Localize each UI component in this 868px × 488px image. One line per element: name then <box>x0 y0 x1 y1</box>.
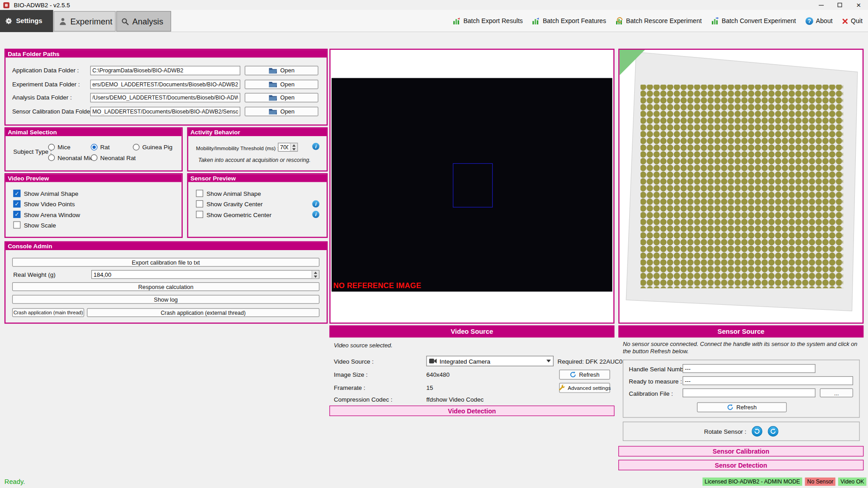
crash-external-thread-button[interactable]: Crash application (external thread) <box>87 308 319 317</box>
client-area: Data Folder Paths Application Data Folde… <box>0 32 868 476</box>
open-sensor-calibration-folder-button[interactable]: Open <box>245 107 318 116</box>
codec-value: ffdshow Video Codec <box>426 396 484 403</box>
info-icon[interactable] <box>312 143 319 150</box>
radio-guinea-pig[interactable]: Guinea Pig <box>133 144 172 151</box>
wrench-icon <box>559 384 565 391</box>
window-title: BIO-ADWB2 - v2.5.5 <box>14 2 70 9</box>
sensor-calibration-header[interactable]: Sensor Calibration <box>618 446 863 456</box>
maximize-button[interactable] <box>830 0 849 10</box>
rotate-sensor-box: Rotate Sensor : <box>623 422 860 441</box>
application-data-folder-label: Application Data Folder : <box>12 67 90 74</box>
checkbox-show-animal-shape-sensor[interactable]: Show Animal Shape <box>196 190 261 197</box>
rotate-ccw-button[interactable] <box>752 426 762 436</box>
mobility-threshold-label: Mobility/Immobility Threshold (ms) : <box>196 145 279 151</box>
spin-down-icon <box>314 275 317 278</box>
sensor-status-badge: No Sensor <box>805 478 836 486</box>
video-source-combobox[interactable]: Integrated Camera <box>426 356 553 366</box>
open-application-folder-button[interactable]: Open <box>245 66 318 75</box>
radio-neonatal-mice[interactable]: Neonatal Mice <box>48 154 96 161</box>
video-source-status: Video source selected. <box>334 342 393 349</box>
show-log-button[interactable]: Show log <box>12 295 319 304</box>
application-data-folder-input[interactable] <box>90 66 240 75</box>
arena-window-rectangle <box>453 163 493 208</box>
checkbox-show-arena-window[interactable]: Show Arena Window <box>13 211 80 218</box>
about-icon <box>806 17 813 25</box>
quit-button[interactable]: Quit <box>842 18 862 24</box>
mobility-threshold-input[interactable] <box>279 143 290 151</box>
sensor-note: No sensor source connected. Connect the … <box>623 340 860 355</box>
batch-export-features-icon <box>532 17 540 25</box>
batch-export-results-button[interactable]: Batch Export Results <box>453 17 523 25</box>
video-refresh-button[interactable]: Refresh <box>559 370 610 379</box>
close-button[interactable]: × <box>849 0 868 10</box>
tab-bar: Settings Experiment Analysis Batch Expor… <box>0 10 868 32</box>
checkbox-show-video-points[interactable]: Show Video Points <box>13 200 75 208</box>
radio-neonatal-rat[interactable]: Neonatal Rat <box>91 154 136 161</box>
open-analysis-folder-button[interactable]: Open <box>245 93 318 102</box>
open-folder-icon <box>269 81 278 88</box>
tab-experiment-label: Experiment <box>70 17 112 26</box>
title-bar: BIO-ADWB2 - v2.5.5 × <box>0 0 868 10</box>
group-title: Sensor Preview <box>188 174 327 182</box>
advanced-settings-button[interactable]: Advanced settings <box>559 383 610 393</box>
info-icon[interactable] <box>312 211 319 218</box>
tab-analysis[interactable]: Analysis <box>116 11 171 31</box>
video-detection-header[interactable]: Video Detection <box>329 406 614 416</box>
sensor-detection-header[interactable]: Sensor Detection <box>618 460 863 470</box>
info-icon[interactable] <box>312 200 319 208</box>
sensor-calibration-data-folder-input[interactable] <box>90 107 240 116</box>
about-button[interactable]: About <box>806 17 833 25</box>
export-calibration-button[interactable]: Export calibration file to txt <box>12 258 319 267</box>
crash-main-thread-button[interactable]: Crash application (main thread) <box>12 308 84 317</box>
sensor-plate-image <box>620 50 863 322</box>
real-weight-input[interactable] <box>92 270 312 278</box>
spin-down-button[interactable] <box>312 275 319 279</box>
experiment-data-folder-input[interactable] <box>90 80 240 89</box>
spin-down-icon <box>292 148 295 150</box>
spin-up-button[interactable] <box>312 270 319 275</box>
group-title: Console Admin <box>5 242 327 250</box>
sensor-source-header: Sensor Source <box>618 325 863 337</box>
open-button-label: Open <box>280 81 294 88</box>
sensor-fields-box: Handle Serial Number : Ready to measure … <box>623 360 860 417</box>
spin-up-icon <box>314 271 317 274</box>
checkbox-show-animal-shape-video[interactable]: Show Animal Shape <box>13 190 78 197</box>
checkbox-label: Show Animal Shape <box>24 190 78 197</box>
batch-export-results-icon <box>453 17 460 25</box>
checkbox-label: Show Scale <box>24 222 56 228</box>
browse-calibration-button[interactable]: ... <box>820 389 853 398</box>
spin-up-button[interactable] <box>291 143 298 147</box>
checkbox-show-geometric-center[interactable]: Show Geometric Center <box>196 211 271 218</box>
rotate-cw-button[interactable] <box>768 426 778 436</box>
checkbox-show-scale[interactable]: Show Scale <box>13 221 56 228</box>
minimize-button[interactable] <box>811 0 830 10</box>
advanced-settings-label: Advanced settings <box>568 385 611 391</box>
tab-experiment[interactable]: Experiment <box>54 11 116 31</box>
handle-serial-input[interactable] <box>683 364 816 373</box>
subject-type-label: Subject Type : <box>13 148 52 155</box>
radio-rat[interactable]: Rat <box>91 144 110 151</box>
open-experiment-folder-button[interactable]: Open <box>245 80 318 89</box>
calibration-file-input[interactable] <box>683 389 816 398</box>
radio-mice[interactable]: Mice <box>48 144 70 151</box>
group-title: Activity Behavior <box>188 128 327 136</box>
analysis-data-folder-input[interactable] <box>90 93 240 102</box>
magnifier-icon <box>121 18 129 25</box>
spin-down-button[interactable] <box>291 147 298 151</box>
checkbox-show-gravity-center[interactable]: Show Gravity Center <box>196 200 262 208</box>
real-weight-spinner[interactable] <box>91 270 319 279</box>
batch-convert-experiment-label: Batch Convert Experiment <box>721 18 796 24</box>
mobility-threshold-spinner[interactable] <box>278 143 298 152</box>
group-video-preview: Video Preview Show Animal Shape Show Vid… <box>5 173 183 238</box>
sensor-refresh-button[interactable]: Refresh <box>697 402 787 412</box>
radio-label: Mice <box>57 144 70 151</box>
video-source-header: Video Source <box>329 325 614 337</box>
batch-export-features-button[interactable]: Batch Export Features <box>532 17 606 25</box>
tab-settings[interactable]: Settings <box>0 10 53 32</box>
batch-export-features-label: Batch Export Features <box>543 18 606 24</box>
batch-rescore-experiment-button[interactable]: Batch Rescore Experiment <box>616 17 702 25</box>
ready-to-measure-input[interactable] <box>683 376 853 385</box>
batch-convert-experiment-button[interactable]: Batch Convert Experiment <box>711 17 796 25</box>
response-calculation-button[interactable]: Response calculation <box>12 282 319 291</box>
gear-icon <box>5 17 13 25</box>
